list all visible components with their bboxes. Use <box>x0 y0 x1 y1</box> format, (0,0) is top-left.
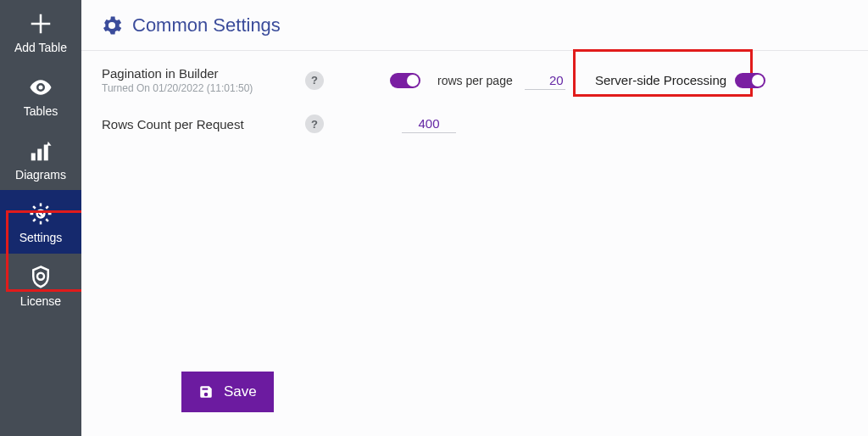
svg-rect-0 <box>31 153 36 160</box>
save-button-label: Save <box>224 383 257 400</box>
badge-icon <box>27 264 54 291</box>
rows-per-page-label: rows per page <box>437 74 513 87</box>
pagination-label: Pagination in Builder <box>102 66 305 81</box>
sidebar-item-label: Add Table <box>14 41 67 55</box>
ssp-toggle[interactable] <box>735 73 765 88</box>
sidebar-item-label: Settings <box>19 231 63 245</box>
sidebar-item-label: License <box>20 294 61 309</box>
toggle-knob <box>752 75 764 87</box>
sidebar-item-settings[interactable]: Settings <box>0 190 81 254</box>
svg-point-4 <box>37 273 44 280</box>
pagination-toggle[interactable] <box>390 73 420 88</box>
main-panel: Common Settings Pagination in Builder Tu… <box>81 0 868 436</box>
plus-icon <box>27 10 54 37</box>
sidebar-item-diagrams[interactable]: Diagrams <box>0 127 81 191</box>
rows-per-page-input[interactable] <box>525 71 565 90</box>
page-title: Common Settings <box>132 14 281 36</box>
toggle-knob <box>407 75 419 87</box>
ssp-label: Server-side Processing <box>595 73 726 87</box>
help-button-pagination[interactable]: ? <box>305 71 324 90</box>
pagination-subtext: Turned On 01/20/2022 (11:01:50) <box>102 82 305 94</box>
page-header: Common Settings <box>81 0 868 51</box>
sidebar-item-label: Diagrams <box>15 168 66 182</box>
gear-icon <box>100 14 124 37</box>
rowcount-input[interactable] <box>402 115 456 133</box>
setting-row-pagination: Pagination in Builder Turned On 01/20/20… <box>102 66 848 94</box>
sidebar-item-license[interactable]: License <box>0 254 81 317</box>
save-icon <box>198 384 214 400</box>
help-button-rowcount[interactable]: ? <box>305 115 324 133</box>
sidebar: Add Table Tables Diagrams <box>0 0 81 436</box>
bars-icon <box>27 137 54 165</box>
sidebar-item-add-table[interactable]: Add Table <box>0 0 81 64</box>
svg-rect-1 <box>37 148 42 160</box>
settings-tool-icon <box>27 200 54 227</box>
svg-rect-2 <box>44 144 48 160</box>
setting-row-rowcount: Rows Count per Request ? <box>102 115 848 133</box>
sidebar-item-label: Tables <box>24 104 58 119</box>
eye-icon <box>27 74 54 101</box>
sidebar-item-tables[interactable]: Tables <box>0 64 81 127</box>
save-button[interactable]: Save <box>181 372 274 412</box>
rowcount-label: Rows Count per Request <box>102 117 305 131</box>
